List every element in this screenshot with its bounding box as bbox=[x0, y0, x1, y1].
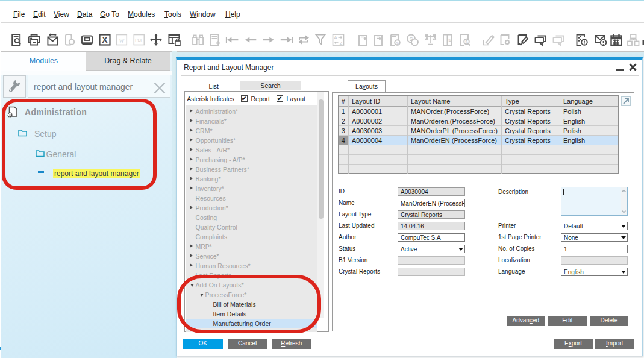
svg-text:$: $ bbox=[466, 40, 468, 44]
svg-text:Z: Z bbox=[340, 40, 343, 46]
svg-text:X: X bbox=[102, 35, 108, 45]
svg-text:$: $ bbox=[396, 40, 399, 46]
svg-text:PDF: PDF bbox=[135, 38, 143, 42]
svg-text:$: $ bbox=[448, 37, 451, 43]
svg-text:A: A bbox=[334, 35, 337, 40]
svg-text:W: W bbox=[119, 37, 125, 44]
